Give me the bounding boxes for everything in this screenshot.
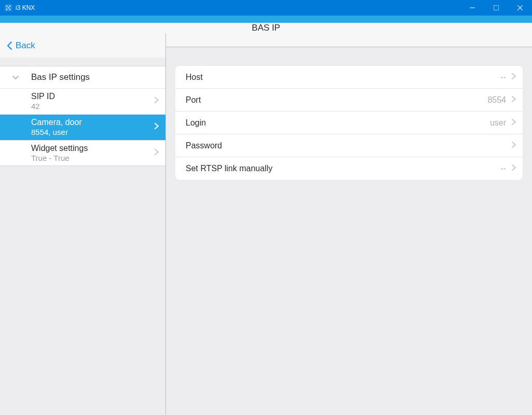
row-port[interactable]: Port 8554 (175, 89, 523, 112)
row-value: -- (500, 73, 506, 82)
main-panel: Host -- Port 8554 Login user (166, 47, 532, 415)
header-bar: BAS IP Back (0, 23, 532, 47)
sidebar-item-label: Widget settings (31, 143, 154, 154)
row-login[interactable]: Login user (175, 112, 523, 134)
header-left: Back (0, 33, 166, 58)
svg-point-1 (6, 6, 7, 7)
svg-rect-7 (494, 6, 499, 10)
sidebar-item-label: SIP ID (31, 91, 154, 102)
chevron-left-icon (6, 40, 13, 51)
row-label: Host (186, 73, 500, 82)
sidebar-item-sip-id[interactable]: SIP ID 42 (0, 89, 165, 115)
maximize-button[interactable] (484, 0, 508, 16)
row-label: Password (186, 141, 506, 150)
chevron-right-icon (154, 148, 160, 158)
sidebar-item-label: Camera, door (31, 117, 154, 128)
settings-card: Host -- Port 8554 Login user (175, 66, 523, 180)
row-label: Port (186, 95, 487, 105)
sidebar-item-camera-door[interactable]: Camera, door 8554, user (0, 115, 165, 141)
svg-point-2 (9, 6, 10, 7)
back-button[interactable]: Back (6, 40, 35, 51)
chevron-right-icon (154, 96, 160, 106)
close-button[interactable] (508, 0, 532, 16)
sidebar-item-subtitle: 8554, user (31, 128, 154, 137)
sidebar: Bas IP settings SIP ID 42 Camera, door 8… (0, 47, 166, 415)
sidebar-item-subtitle: True - True (31, 154, 154, 163)
window-titlebar: i3 KNX (0, 0, 532, 16)
sidebar-item-subtitle: 42 (31, 102, 154, 112)
sidebar-group-title: Bas IP settings (31, 72, 165, 82)
row-label: Login (186, 118, 490, 128)
row-value: user (490, 118, 506, 128)
window-title: i3 KNX (16, 4, 35, 11)
chevron-right-icon (511, 118, 516, 128)
chevron-right-icon (511, 163, 516, 174)
row-value: -- (500, 164, 506, 173)
chevron-down-icon (0, 73, 31, 81)
svg-point-5 (8, 7, 9, 8)
svg-point-4 (9, 9, 10, 10)
svg-point-3 (6, 9, 7, 10)
row-value: 8554 (487, 95, 506, 105)
minimize-button[interactable] (460, 0, 484, 16)
chevron-right-icon (511, 141, 516, 151)
row-host[interactable]: Host -- (175, 66, 523, 89)
chevron-right-icon (154, 122, 160, 132)
chevron-right-icon (511, 95, 516, 105)
app-icon (4, 4, 12, 12)
back-label: Back (16, 40, 35, 51)
sidebar-item-widget-settings[interactable]: Widget settings True - True (0, 141, 165, 167)
row-set-rtsp-link-manually[interactable]: Set RTSP link manually -- (175, 157, 523, 180)
page-title: BAS IP (252, 23, 281, 33)
chevron-right-icon (511, 72, 516, 82)
row-label: Set RTSP link manually (186, 164, 500, 173)
accent-strip (0, 16, 532, 23)
row-password[interactable]: Password (175, 134, 523, 157)
body: Bas IP settings SIP ID 42 Camera, door 8… (0, 47, 532, 415)
page-title-wrap: BAS IP (0, 23, 532, 33)
sidebar-group-header[interactable]: Bas IP settings (0, 66, 165, 89)
